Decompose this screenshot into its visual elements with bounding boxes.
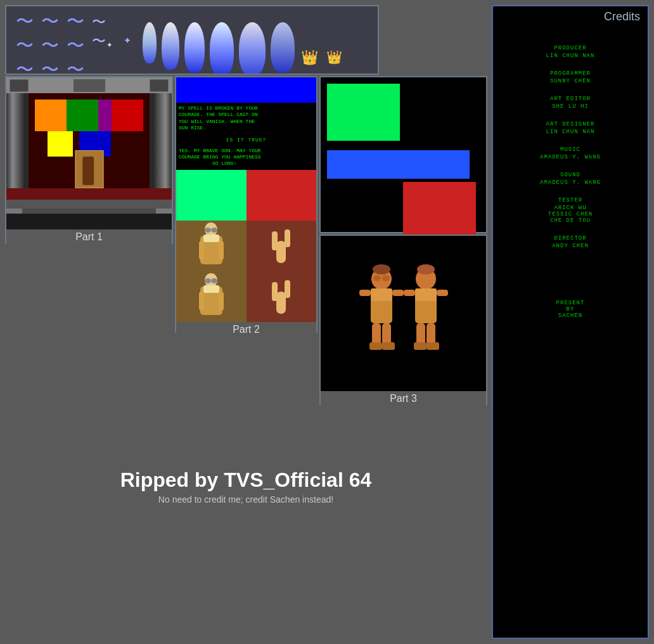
name-tester-1: ARICK WU [499, 205, 641, 211]
role-producer: PRODUCER [499, 45, 641, 51]
role-art-editor: ART EDITOR [499, 96, 641, 102]
sprite-squiggle-1: 〜〜〜 [16, 10, 34, 74]
dialog-char-1b [247, 221, 317, 271]
svg-rect-38 [426, 323, 435, 345]
svg-point-15 [205, 278, 211, 283]
sprite-squiggle-3: 〜〜〜 [67, 10, 84, 74]
dialog-question: IS IT TRUE? [176, 134, 316, 145]
svg-point-29 [373, 275, 381, 281]
role-tester: TESTER [499, 197, 641, 203]
credits-title: Credits [493, 6, 648, 27]
svg-rect-23 [359, 290, 371, 296]
name-programmer: SUNNY CHEN [499, 78, 641, 84]
part2-container: MY SPELL IS BROKEN BY YOUR COURAGE. THE … [175, 76, 317, 333]
svg-rect-22 [371, 288, 392, 301]
present-section: PRESENT BY SACHEN [499, 300, 641, 319]
role-art-designer: ART DESIGNER [499, 121, 641, 127]
dialog-text-2: YES. MY BRAVE SON. MAY YOUR COURAGE BRIN… [176, 145, 316, 170]
sprite-squiggle-4: 〜〜 [92, 13, 106, 51]
svg-rect-2 [203, 235, 219, 242]
svg-rect-27 [369, 342, 382, 350]
svg-rect-36 [437, 290, 448, 296]
svg-rect-7 [276, 241, 286, 263]
role-sound: SOUND [499, 172, 641, 178]
svg-rect-28 [382, 342, 395, 350]
colorblocks-panel [319, 76, 487, 233]
part1-label: Part 1 [6, 229, 172, 245]
dialog-cell-red [247, 170, 317, 221]
svg-rect-24 [392, 290, 404, 296]
ripped-by-section: Ripped by TVS_Official 64 No need to cre… [5, 468, 487, 505]
present-label: PRESENT [499, 300, 641, 306]
part3-container: Part 3 [319, 235, 487, 406]
svg-rect-13 [199, 292, 204, 311]
svg-rect-9 [285, 229, 290, 247]
flame-sprites [143, 22, 295, 74]
svg-rect-3 [199, 241, 204, 260]
svg-rect-26 [382, 323, 391, 345]
part2-label: Part 2 [176, 322, 316, 337]
dialog-char-1a [176, 221, 247, 271]
name-art-editor: SHE LU HI [499, 103, 641, 110]
fighters-sprite [340, 250, 467, 377]
color-block-blue [327, 150, 470, 179]
dialog-text-1: MY SPELL IS BROKEN BY YOUR COURAGE. THE … [176, 103, 316, 134]
svg-rect-39 [414, 342, 426, 350]
crown-sprite-1: 👑 [301, 49, 318, 67]
color-block-red [403, 182, 476, 239]
name-producer: LIN CHUN NAN [499, 53, 641, 59]
dialog-grid [176, 170, 316, 322]
svg-point-5 [205, 228, 211, 233]
name-tester-2: TESSIC CHEN [499, 211, 641, 217]
svg-rect-19 [285, 280, 290, 298]
name-tester-3: CHE DE TOU [499, 217, 641, 224]
present-by: BY [499, 306, 641, 312]
svg-rect-17 [276, 292, 286, 314]
svg-rect-4 [219, 241, 224, 260]
ripped-by-subtitle: No need to credit me; credit Sachen inst… [5, 494, 487, 505]
svg-point-31 [373, 264, 390, 274]
crown-sprite-2: 👑 [326, 49, 342, 65]
name-sound: AMADEUS Y. WANG [499, 179, 641, 186]
credits-panel: Credits PRODUCER LIN CHUN NAN PROGRAMMER… [492, 5, 649, 639]
part1-container: Part 1 [5, 76, 173, 244]
sprite-flash2: ✦ [124, 32, 131, 48]
svg-rect-8 [272, 231, 278, 250]
sprite-squiggle-2: 〜〜〜 [41, 10, 59, 74]
svg-rect-18 [272, 282, 278, 301]
dialog-cell-green [176, 170, 247, 221]
svg-rect-14 [219, 292, 224, 311]
role-programmer: PROGRAMMER [499, 70, 641, 77]
present-sachen: SACHEN [499, 312, 641, 319]
dialog-blue-bar [176, 77, 316, 103]
dialog-char-2b [247, 271, 317, 322]
svg-rect-37 [416, 323, 425, 345]
svg-point-6 [211, 228, 217, 233]
name-music: AMADEUS Y. WANG [499, 154, 641, 160]
part1-scene [6, 77, 172, 229]
svg-rect-35 [404, 290, 415, 296]
role-director: DIRECTOR [499, 235, 641, 242]
dialog-char-2a [176, 271, 247, 322]
svg-point-30 [382, 275, 390, 281]
svg-rect-34 [415, 288, 437, 301]
svg-rect-25 [372, 323, 381, 345]
ripped-by-title: Ripped by TVS_Official 64 [5, 468, 487, 492]
part3-scene [321, 236, 486, 391]
name-director: ANDY CHEN [499, 243, 641, 249]
svg-point-16 [211, 278, 217, 283]
name-art-designer: LIN CHUN NAN [499, 129, 641, 135]
part2-content: MY SPELL IS BROKEN BY YOUR COURAGE. THE … [176, 77, 316, 322]
credits-content: PRODUCER LIN CHUN NAN PROGRAMMER SUNNY C… [493, 27, 648, 325]
sprite-flash: ✦ [106, 38, 113, 51]
svg-rect-12 [203, 285, 219, 293]
part3-label: Part 3 [321, 391, 486, 406]
sprites-panel: 〜〜〜 〜〜〜 〜〜〜 〜〜 ✦ ✦ 👑 👑 [5, 5, 379, 75]
svg-rect-40 [426, 342, 439, 350]
svg-rect-42 [419, 266, 433, 272]
color-block-green [327, 84, 400, 141]
role-music: MUSIC [499, 146, 641, 153]
